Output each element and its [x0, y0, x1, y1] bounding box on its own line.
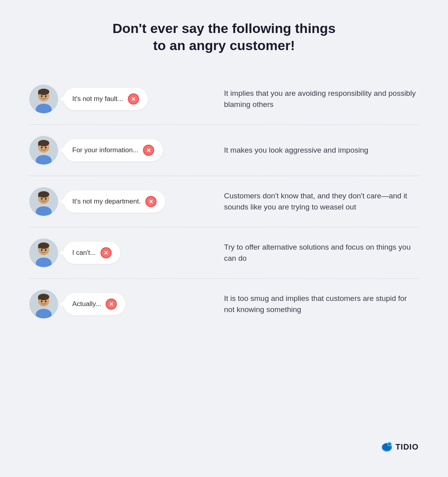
svg-rect-32 — [38, 296, 40, 300]
svg-point-24 — [38, 242, 49, 249]
speech-bubble: Actually... — [64, 293, 126, 315]
avatar — [29, 238, 58, 267]
page-title: Don't ever say the following things to a… — [112, 20, 336, 54]
speech-bubble: It's not my department. — [64, 190, 165, 213]
explanation-text: Customers don't know that, and they don'… — [204, 190, 419, 213]
speech-bubble: I can't... — [64, 242, 120, 264]
svg-point-34 — [45, 301, 46, 302]
svg-point-3 — [38, 89, 49, 95]
left-section: I can't... — [29, 238, 204, 267]
svg-point-17 — [38, 191, 49, 198]
left-section: It's not my department. — [29, 187, 204, 216]
x-icon — [145, 196, 156, 207]
svg-point-20 — [45, 198, 46, 200]
svg-point-12 — [41, 147, 42, 149]
svg-rect-25 — [38, 244, 40, 248]
svg-point-6 — [45, 95, 46, 97]
svg-point-38 — [388, 443, 390, 445]
x-icon — [128, 93, 139, 105]
x-icon — [100, 247, 112, 258]
svg-point-10 — [38, 140, 49, 146]
footer: TIDIO — [29, 429, 419, 453]
svg-point-31 — [38, 294, 49, 300]
bubble-text: It's not my fault... — [72, 95, 123, 103]
avatar — [29, 290, 58, 318]
items-list: It's not my fault... It implies that you… — [29, 74, 419, 330]
tidio-icon — [380, 440, 393, 453]
left-section: For your information... — [29, 136, 204, 165]
bubble-text: It's not my department. — [72, 198, 141, 206]
explanation-text: It implies that you are avoiding respons… — [204, 88, 419, 111]
x-icon — [106, 299, 117, 310]
avatar — [29, 85, 58, 113]
svg-rect-4 — [38, 91, 40, 95]
speech-bubble: It's not my fault... — [64, 88, 148, 110]
svg-point-33 — [41, 301, 42, 302]
item-row: For your information... It makes you loo… — [29, 125, 419, 176]
svg-point-5 — [41, 95, 42, 97]
speech-bubble: For your information... — [64, 139, 163, 161]
item-row: Actually... It is too smug and implies t… — [29, 279, 419, 330]
svg-rect-11 — [38, 142, 40, 146]
item-row: It's not my fault... It implies that you… — [29, 74, 419, 125]
svg-point-19 — [41, 198, 42, 200]
tidio-logo: TIDIO — [380, 440, 419, 453]
page-wrapper: Don't ever say the following things to a… — [0, 0, 448, 477]
svg-point-26 — [41, 249, 42, 251]
explanation-text: It is too smug and implies that customer… — [204, 293, 419, 316]
avatar — [29, 187, 58, 216]
svg-rect-18 — [38, 193, 40, 197]
bubble-text: I can't... — [72, 249, 96, 257]
bubble-text: Actually... — [72, 300, 101, 308]
bubble-text: For your information... — [72, 146, 138, 154]
tidio-brand-name: TIDIO — [396, 442, 419, 452]
item-row: It's not my department. Customers don't … — [29, 176, 419, 227]
left-section: Actually... — [29, 290, 204, 318]
avatar — [29, 136, 58, 165]
explanation-text: Try to offer alternative solutions and f… — [204, 242, 419, 264]
explanation-text: It makes you look aggressive and imposin… — [204, 145, 419, 156]
left-section: It's not my fault... — [29, 85, 204, 113]
x-icon — [143, 145, 154, 156]
svg-point-13 — [45, 147, 46, 149]
item-row: I can't... Try to offer alternative solu… — [29, 227, 419, 279]
svg-point-27 — [45, 249, 46, 251]
